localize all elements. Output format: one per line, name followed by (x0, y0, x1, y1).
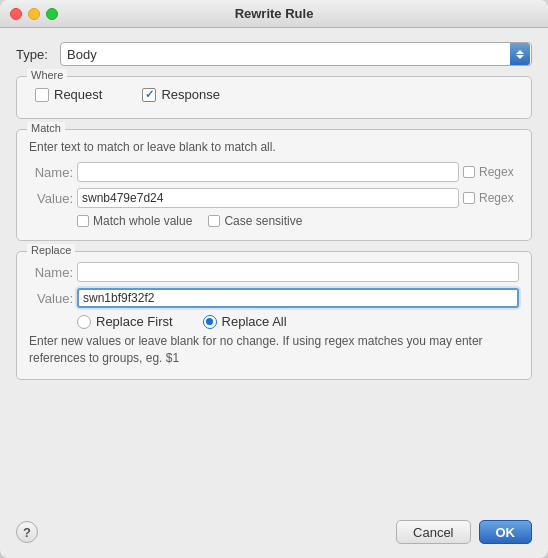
match-name-row: Name: Regex (29, 162, 519, 182)
replace-all-item[interactable]: Replace All (203, 314, 287, 329)
response-label: Response (161, 87, 220, 102)
match-value-regex-label: Regex (479, 191, 519, 205)
traffic-lights (10, 8, 58, 20)
response-checkbox[interactable] (142, 88, 156, 102)
close-button[interactable] (10, 8, 22, 20)
replace-name-row: Name: (29, 262, 519, 282)
replace-first-label: Replace First (96, 314, 173, 329)
replace-value-input[interactable] (77, 288, 519, 308)
match-whole-value-item[interactable]: Match whole value (77, 214, 192, 228)
replace-first-radio[interactable] (77, 315, 91, 329)
dialog-content: Type: Body Header Cookie URL Where Reque… (0, 28, 548, 510)
replace-value-label: Value: (29, 291, 73, 306)
replace-value-row: Value: (29, 288, 519, 308)
replace-name-label: Name: (29, 265, 73, 280)
maximize-button[interactable] (46, 8, 58, 20)
minimize-button[interactable] (28, 8, 40, 20)
replace-group: Replace Name: Value: Replace First Rep (16, 251, 532, 380)
case-sensitive-item[interactable]: Case sensitive (208, 214, 302, 228)
match-options-row: Match whole value Case sensitive (29, 214, 519, 228)
case-sensitive-checkbox[interactable] (208, 215, 220, 227)
match-value-regex-checkbox[interactable] (463, 192, 475, 204)
match-name-label: Name: (29, 165, 73, 180)
replace-name-input[interactable] (77, 262, 519, 282)
match-whole-value-label: Match whole value (93, 214, 192, 228)
ok-button[interactable]: OK (479, 520, 533, 544)
match-value-input[interactable] (77, 188, 459, 208)
match-value-label: Value: (29, 191, 73, 206)
replace-group-label: Replace (27, 244, 75, 256)
dialog-window: Rewrite Rule Type: Body Header Cookie UR… (0, 0, 548, 558)
match-group: Match Enter text to match or leave blank… (16, 129, 532, 241)
where-row: Request Response (29, 83, 519, 106)
replace-hint: Enter new values or leave blank for no c… (29, 333, 519, 367)
match-value-row: Value: Regex (29, 188, 519, 208)
request-checkbox[interactable] (35, 88, 49, 102)
where-group: Where Request Response (16, 76, 532, 119)
where-group-label: Where (27, 69, 67, 81)
match-group-label: Match (27, 122, 65, 134)
type-select-wrapper: Body Header Cookie URL (60, 42, 532, 66)
window-title: Rewrite Rule (235, 6, 314, 21)
response-checkbox-item[interactable]: Response (142, 87, 220, 102)
replace-radio-row: Replace First Replace All (29, 314, 519, 329)
footer: ? Cancel OK (0, 510, 548, 558)
match-name-input[interactable] (77, 162, 459, 182)
match-whole-value-checkbox[interactable] (77, 215, 89, 227)
type-select[interactable]: Body Header Cookie URL (60, 42, 532, 66)
type-row: Type: Body Header Cookie URL (16, 42, 532, 66)
case-sensitive-label: Case sensitive (224, 214, 302, 228)
help-button[interactable]: ? (16, 521, 38, 543)
replace-first-item[interactable]: Replace First (77, 314, 173, 329)
match-hint: Enter text to match or leave blank to ma… (29, 140, 519, 154)
titlebar: Rewrite Rule (0, 0, 548, 28)
replace-all-radio[interactable] (203, 315, 217, 329)
request-label: Request (54, 87, 102, 102)
replace-all-label: Replace All (222, 314, 287, 329)
match-name-regex-label: Regex (479, 165, 519, 179)
request-checkbox-item[interactable]: Request (35, 87, 102, 102)
cancel-button[interactable]: Cancel (396, 520, 470, 544)
type-label: Type: (16, 47, 52, 62)
match-name-regex-checkbox[interactable] (463, 166, 475, 178)
